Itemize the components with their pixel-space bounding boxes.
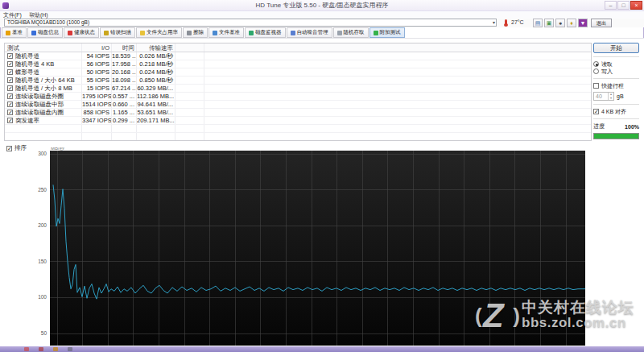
thermometer-icon (505, 19, 507, 26)
align-4kb-option[interactable]: ✓ 4 KB 对齐 (593, 108, 639, 115)
exit-button[interactable]: 退出 (591, 19, 612, 27)
mode-read-option[interactable]: 读取 (593, 60, 639, 68)
table-empty-row (5, 133, 591, 141)
tab-label: 错误扫描 (110, 29, 131, 36)
options-button[interactable]: ♦ (567, 19, 576, 27)
table-row[interactable]: ✓连续读取磁盘中部1514 IOPS0.660 ...94.641 MB/... (5, 101, 591, 109)
drive-select-value: TOSHIBA MQ01ABD100 (1000 gB) (7, 19, 89, 25)
io-cell: 1795 IOPS (82, 93, 112, 100)
rate-cell: 0.024 MB/秒 (137, 68, 175, 76)
tab-erase[interactable]: 擦除 (183, 27, 208, 38)
test-name-cell: ✓蝶形寻道 (5, 68, 82, 76)
time-cell: 18.098 ... (112, 77, 137, 84)
empty-cell (175, 60, 204, 68)
progress-bar-fill (594, 134, 638, 139)
table-row[interactable]: ✓连续读取磁盘内圈858 IOPS1.165 ...53.651 MB/... (5, 109, 591, 117)
table-row[interactable]: ✓随机寻道54 IOPS18.539 ...0.026 MB/秒 (5, 52, 591, 60)
tab-file-benchmark[interactable]: 文件基准 (208, 27, 244, 38)
toolbar-buttons: ▤▣●♦▼ (533, 19, 588, 27)
progress-row: 进度 100% (593, 122, 639, 130)
tab-disk-monitor[interactable]: 磁盘监视器 (245, 27, 286, 38)
tool-bar: TOSHIBA MQ01ABD100 (1000 gB) ▾ 27°C ▤▣●♦… (0, 19, 644, 27)
time-cell: 67.214 ... (112, 85, 137, 92)
drive-select[interactable]: TOSHIBA MQ01ABD100 (1000 gB) ▾ (4, 19, 497, 27)
test-checkbox[interactable]: ✓ (7, 101, 13, 107)
camera-button[interactable]: ● (555, 19, 565, 27)
tab-extra-tests[interactable]: 附加测试 (369, 27, 405, 38)
table-row[interactable]: ✓随机寻道 4 KB56 IOPS17.958 ...0.218 MB/秒 (5, 60, 591, 68)
table-row[interactable]: ✓突发速率3347 IOPS0.299 ...209.171 MB... (5, 117, 591, 125)
test-checkbox[interactable]: ✓ (7, 118, 13, 123)
svg-text:200: 200 (38, 222, 47, 228)
test-checkbox[interactable]: ✓ (7, 85, 13, 91)
align-4kb-checkbox[interactable]: ✓ (593, 109, 599, 114)
extra-tests-panel: 测试I/O时间传输速率✓随机寻道54 IOPS18.539 ...0.026 M… (0, 38, 644, 346)
test-checkbox[interactable]: ✓ (7, 77, 13, 83)
close-button[interactable]: × (630, 1, 642, 10)
table-row[interactable]: ✓连续读取磁盘外圈1795 IOPS0.557 ...112.186 MB... (5, 93, 591, 101)
tab-aam[interactable]: 自动噪音管理 (287, 27, 332, 38)
filler-cell (204, 52, 591, 60)
table-row[interactable]: ✓随机寻道 / 大小 8 MB15 IOPS67.214 ...60.329 M… (5, 85, 591, 93)
menu-help[interactable]: 帮助(H) (29, 11, 48, 19)
tab-health[interactable]: 健康状态 (64, 27, 99, 38)
tab-random-access[interactable]: 随机存取 (333, 27, 369, 38)
read-radio[interactable] (593, 61, 599, 67)
window-controls: – □ × (605, 1, 642, 10)
tab-disk-info[interactable]: 磁盘信息 (27, 27, 63, 38)
test-checkbox[interactable]: ✓ (7, 93, 13, 99)
minimize-button[interactable]: – (605, 1, 617, 10)
filler-cell (204, 93, 591, 100)
write-radio[interactable] (593, 68, 599, 74)
table-cell (82, 125, 112, 132)
table-cell (175, 125, 204, 132)
header-test: 测试 (5, 43, 82, 52)
empty-cell (175, 85, 204, 92)
title-bar: HD Tune 专业版 5.50 - 硬盘/固态硬盘实用程序 – □ × (0, 0, 644, 11)
maximize-button[interactable]: □ (617, 1, 630, 10)
test-checkbox[interactable]: ✓ (7, 110, 13, 115)
test-checkbox[interactable]: ✓ (7, 53, 13, 59)
io-cell: 1514 IOPS (82, 101, 112, 108)
hdtune-update-button[interactable]: ▼ (578, 19, 588, 27)
test-checkbox[interactable]: ✓ (7, 61, 13, 67)
table-header-row: 测试I/O时间传输速率 (5, 43, 591, 52)
short-stroke-checkbox[interactable] (593, 83, 599, 89)
save-image-button[interactable]: ▣ (544, 19, 554, 27)
empty-cell (175, 101, 204, 108)
mode-write-option[interactable]: 写入 (593, 68, 639, 75)
taskbar-strip (0, 346, 644, 352)
copy-button[interactable]: ▤ (533, 19, 543, 27)
window-title: HD Tune 专业版 5.50 - 硬盘/固态硬盘实用程序 (0, 0, 644, 11)
tab-benchmark[interactable]: 基准 (2, 27, 27, 38)
io-cell: 15 IOPS (82, 85, 112, 92)
options-icon: ♦ (570, 20, 573, 26)
empty-cell (175, 68, 204, 76)
table-cell (82, 133, 112, 140)
test-name: 蝶形寻道 (15, 68, 39, 76)
test-name-cell: ✓连续读取磁盘内圈 (5, 109, 82, 116)
taskbar-icon (68, 347, 72, 351)
test-checkbox[interactable]: ✓ (7, 69, 13, 75)
menu-file[interactable]: 文件(F) (3, 11, 22, 19)
table-row[interactable]: ✓蝶形寻道50 IOPS20.168 ...0.024 MB/秒 (5, 68, 591, 77)
chart-plot-background (50, 151, 585, 346)
tab-error-scan[interactable]: 错误扫描 (100, 27, 135, 38)
test-name: 随机寻道 / 大小 64 KB (15, 77, 75, 84)
disk-monitor-icon (249, 31, 254, 35)
start-button[interactable]: 开始 (593, 43, 639, 53)
time-cell: 0.660 ... (112, 101, 137, 108)
progress-bar (593, 133, 639, 139)
short-stroke-option[interactable]: 快捷行程 (593, 82, 639, 89)
progress-value: 100% (625, 124, 639, 130)
header-empty (175, 43, 204, 52)
tab-folder-usage[interactable]: 文件夹占用率 (136, 27, 182, 38)
filler-cell (204, 117, 591, 124)
test-name: 随机寻道 (15, 52, 39, 60)
spinner-arrows-icon[interactable]: ▴▾ (608, 93, 613, 100)
table-row[interactable]: ✓随机寻道 / 大小 64 KB55 IOPS18.098 ...0.850 M… (5, 77, 591, 85)
table-cell (175, 133, 204, 140)
test-name: 随机寻道 4 KB (15, 60, 54, 68)
capacity-input[interactable]: 40 ▴▾ (593, 92, 614, 101)
write-label: 写入 (601, 68, 613, 76)
